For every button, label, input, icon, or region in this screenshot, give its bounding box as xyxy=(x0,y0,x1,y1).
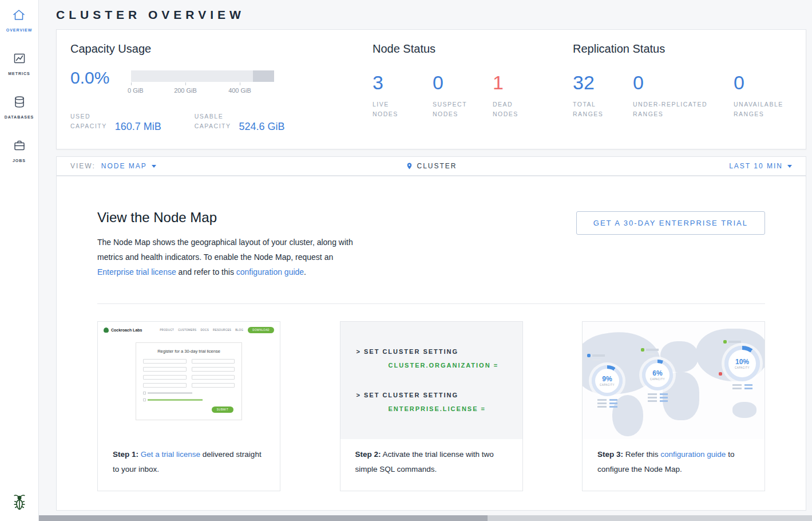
dead-node-marker xyxy=(719,372,722,376)
map-pin-icon xyxy=(405,161,413,171)
main-content: CLUSTER OVERVIEW Capacity Usage 0.0% 0 G… xyxy=(39,0,812,521)
capacity-usage-title: Capacity Usage xyxy=(70,42,373,56)
site-nav: PRODUCT CUSTOMERS DOCS RESOURCES BLOG xyxy=(160,329,243,331)
scope-label: CLUSTER xyxy=(417,162,457,170)
tick-label: 200 GiB xyxy=(174,87,197,94)
tick-label: 400 GiB xyxy=(228,87,251,94)
configuration-guide-link[interactable]: configuration guide xyxy=(236,267,304,277)
node-map-description: The Node Map shows the geographical layo… xyxy=(97,235,362,279)
suspect-nodes-count: 0 xyxy=(433,73,493,92)
step-3-caption: Step 3: Refer this configuration guide t… xyxy=(583,439,765,491)
live-nodes-stat: 3 LIVENODES xyxy=(373,73,433,119)
sql-setting-name: ENTERPRISE.LICENSE = xyxy=(389,405,522,412)
view-label: VIEW: xyxy=(70,162,96,170)
under-replicated-ranges-stat: 0 UNDER-REPLICATEDRANGES xyxy=(633,73,734,119)
total-ranges-count: 32 xyxy=(573,73,633,92)
usable-capacity-label: USABLECAPACITY xyxy=(195,112,231,131)
trial-signup-screenshot: Cockroach Labs PRODUCT CUSTOMERS DOCS RE… xyxy=(98,322,280,439)
step-3-card: 9% CAPACITY xyxy=(582,321,765,491)
metrics-icon xyxy=(13,52,26,68)
node-status-title: Node Status xyxy=(373,42,573,56)
used-capacity-label: USEDCAPACITY xyxy=(70,112,107,131)
download-button: DOWNLOAD xyxy=(248,327,274,333)
sql-code-snippet: > SET CLUSTER SETTING CLUSTER.ORGANIZATI… xyxy=(340,322,522,439)
view-selector-dropdown[interactable]: NODE MAP xyxy=(101,162,156,170)
cockroach-logo xyxy=(0,492,39,512)
divider xyxy=(97,303,765,304)
replication-status-title: Replication Status xyxy=(573,42,792,56)
tick-label: 0 GiB xyxy=(128,87,144,94)
replication-status-section: Replication Status 32 TOTALRANGES 0 UNDE… xyxy=(573,42,792,136)
capacity-gauge-us: 9% CAPACITY xyxy=(592,365,623,408)
brand-name: Cockroach Labs xyxy=(111,328,142,332)
trial-registration-form: Register for a 30-day trial license SUBM… xyxy=(136,342,242,420)
suspect-nodes-stat: 0 SUSPECTNODES xyxy=(433,73,493,119)
configuration-guide-link[interactable]: configuration guide xyxy=(660,450,726,459)
sidebar-item-label: JOBS xyxy=(13,159,26,163)
get-trial-license-link[interactable]: Get a trial license xyxy=(141,450,200,459)
sidebar-nav: OVERVIEW METRICS DATABAS xyxy=(0,0,38,163)
databases-icon xyxy=(13,95,26,111)
step-1-card: Cockroach Labs PRODUCT CUSTOMERS DOCS RE… xyxy=(97,321,280,491)
scope-breadcrumb: CLUSTER xyxy=(405,161,457,171)
live-nodes-count: 3 xyxy=(373,73,433,92)
chevron-down-icon xyxy=(787,165,792,168)
form-title: Register for a 30-day trial license xyxy=(143,349,235,354)
sidebar-item-label: DATABASES xyxy=(5,115,34,119)
step-1-caption: Step 1: Get a trial license delivered st… xyxy=(98,439,280,491)
total-ranges-stat: 32 TOTALRANGES xyxy=(573,73,633,119)
locality-marker xyxy=(641,348,659,355)
node-map-panel: View the Node Map The Node Map shows the… xyxy=(56,176,806,511)
view-toolbar: VIEW: NODE MAP CLUSTER LAST 10 MIN xyxy=(56,156,806,176)
panel-title: View the Node Map xyxy=(97,210,362,226)
unavailable-ranges-stat: 0 UNAVAILABLERANGES xyxy=(734,73,783,119)
chevron-down-icon xyxy=(152,165,156,168)
sql-statement: > SET CLUSTER SETTING xyxy=(357,392,522,398)
sql-setting-name: CLUSTER.ORGANIZATION = xyxy=(389,362,522,369)
dead-nodes-stat: 1 DEADNODES xyxy=(493,73,553,119)
sidebar-item-label: OVERVIEW xyxy=(6,28,33,32)
capacity-gauge-bar xyxy=(131,70,274,82)
enterprise-trial-license-link[interactable]: Enterprise trial license xyxy=(97,267,176,277)
sidebar: OVERVIEW METRICS DATABAS xyxy=(0,0,39,521)
sql-statement: > SET CLUSTER SETTING xyxy=(357,348,522,355)
time-range-dropdown[interactable]: LAST 10 MIN xyxy=(729,162,792,170)
capacity-used-percent: 0.0% xyxy=(70,69,131,96)
cockroach-logo-small xyxy=(104,327,109,333)
scrollbar-thumb[interactable] xyxy=(39,515,488,521)
capacity-gauge-reserved-segment xyxy=(253,70,275,82)
step-2-caption: Step 2: Activate the trial license with … xyxy=(340,439,522,491)
sidebar-item-databases[interactable]: DATABASES xyxy=(5,95,34,119)
usable-capacity-value: 524.6 GiB xyxy=(239,121,285,132)
app-root: OVERVIEW METRICS DATABAS xyxy=(0,0,812,521)
capacity-usage-section: Capacity Usage 0.0% 0 GiB 200 GiB 400 Gi… xyxy=(70,42,373,136)
capacity-gauge: 0 GiB 200 GiB 400 GiB xyxy=(131,70,274,96)
capacity-gauge-eu: 6% CAPACITY xyxy=(642,360,673,402)
jobs-icon xyxy=(13,139,26,155)
capacity-gauge-axis: 0 GiB 200 GiB 400 GiB xyxy=(131,82,274,96)
sidebar-item-metrics[interactable]: METRICS xyxy=(8,52,30,76)
home-icon xyxy=(12,8,26,24)
horizontal-scrollbar[interactable] xyxy=(39,515,812,521)
locality-marker xyxy=(587,354,605,361)
step-2-card: > SET CLUSTER SETTING CLUSTER.ORGANIZATI… xyxy=(340,321,523,491)
page-title: CLUSTER OVERVIEW xyxy=(56,8,806,22)
submit-button: SUBMIT xyxy=(212,406,233,413)
dead-nodes-count: 1 xyxy=(493,73,553,92)
under-replicated-ranges-count: 0 xyxy=(633,73,734,92)
unavailable-ranges-count: 0 xyxy=(734,73,783,92)
sidebar-item-overview[interactable]: OVERVIEW xyxy=(6,8,33,32)
sidebar-item-jobs[interactable]: JOBS xyxy=(13,139,26,163)
node-status-section: Node Status 3 LIVENODES 0 SUSPECTNODES 1… xyxy=(373,42,573,136)
used-capacity-value: 160.7 MiB xyxy=(115,121,161,132)
sidebar-item-label: METRICS xyxy=(8,72,30,76)
capacity-gauge-asia: 10% CAPACITY xyxy=(724,346,760,389)
cluster-summary-card: Capacity Usage 0.0% 0 GiB 200 GiB 400 Gi… xyxy=(56,29,806,149)
enterprise-trial-button[interactable]: GET A 30-DAY ENTERPRISE TRIAL xyxy=(576,211,765,235)
node-map-preview: 9% CAPACITY xyxy=(583,322,765,439)
